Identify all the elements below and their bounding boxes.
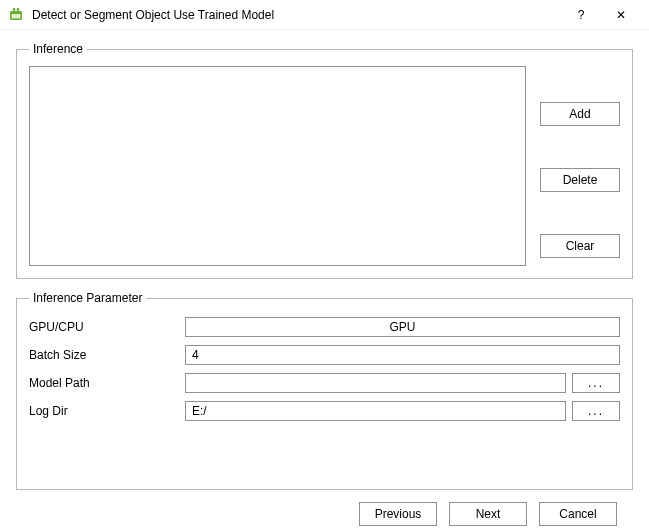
- gpu-cpu-select[interactable]: GPU: [185, 317, 620, 337]
- delete-button[interactable]: Delete: [540, 168, 620, 192]
- footer-bar: Previous Next Cancel: [16, 502, 633, 526]
- help-button[interactable]: ?: [561, 0, 601, 30]
- model-path-label: Model Path: [29, 376, 179, 390]
- inference-legend: Inference: [29, 42, 87, 56]
- title-bar: Detect or Segment Object Use Trained Mod…: [0, 0, 649, 30]
- app-icon: [8, 7, 24, 23]
- close-button[interactable]: ✕: [601, 0, 641, 30]
- log-dir-label: Log Dir: [29, 404, 179, 418]
- inference-side-buttons: Add Delete Clear: [540, 66, 620, 266]
- inference-group: Inference Add Delete Clear: [16, 42, 633, 279]
- inference-listbox[interactable]: [29, 66, 526, 266]
- next-button[interactable]: Next: [449, 502, 527, 526]
- client-area: Inference Add Delete Clear Inference Par…: [0, 30, 649, 528]
- batch-size-input[interactable]: [190, 347, 615, 363]
- inference-parameter-legend: Inference Parameter: [29, 291, 146, 305]
- svg-point-2: [13, 8, 16, 11]
- clear-button[interactable]: Clear: [540, 234, 620, 258]
- svg-point-3: [17, 8, 20, 11]
- batch-size-field[interactable]: [185, 345, 620, 365]
- model-path-browse-button[interactable]: ...: [572, 373, 620, 393]
- add-button[interactable]: Add: [540, 102, 620, 126]
- svg-rect-1: [12, 14, 21, 19]
- batch-size-label: Batch Size: [29, 348, 179, 362]
- log-dir-browse-button[interactable]: ...: [572, 401, 620, 421]
- inference-parameter-group: Inference Parameter GPU/CPU GPU Batch Si…: [16, 291, 633, 490]
- previous-button[interactable]: Previous: [359, 502, 437, 526]
- cancel-button[interactable]: Cancel: [539, 502, 617, 526]
- log-dir-input[interactable]: [190, 403, 561, 419]
- window-title: Detect or Segment Object Use Trained Mod…: [32, 8, 561, 22]
- gpu-cpu-label: GPU/CPU: [29, 320, 179, 334]
- log-dir-field[interactable]: [185, 401, 566, 421]
- model-path-input[interactable]: [190, 375, 561, 391]
- gpu-cpu-value: GPU: [389, 320, 415, 334]
- model-path-field[interactable]: [185, 373, 566, 393]
